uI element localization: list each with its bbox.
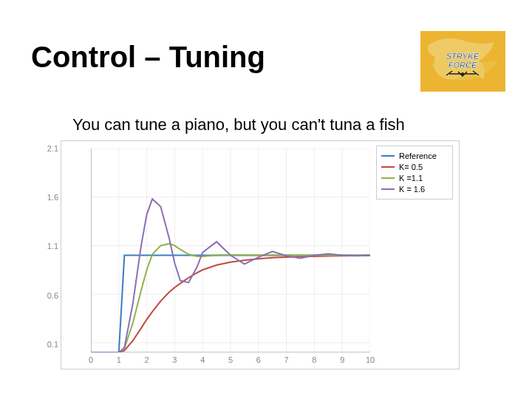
legend-entry: K = 1.6 xyxy=(381,185,448,194)
x-tick-label: 5 xyxy=(228,355,233,364)
x-tick-label: 1 xyxy=(117,355,121,364)
x-tick-label: 3 xyxy=(172,355,177,364)
y-tick-label: 2.1 xyxy=(47,144,58,153)
legend-label: K= 0.5 xyxy=(399,163,423,171)
x-tick-label: 4 xyxy=(200,355,205,364)
x-tick-label: 7 xyxy=(284,355,289,364)
legend-swatch xyxy=(381,188,395,190)
svg-point-2 xyxy=(461,72,464,75)
legend-swatch xyxy=(381,177,395,179)
chart-plot-area xyxy=(91,149,370,352)
x-axis-labels: 012345678910 xyxy=(91,355,370,366)
x-tick-label: 0 xyxy=(89,355,93,364)
legend-entry: Reference xyxy=(381,151,448,160)
legend-swatch xyxy=(381,155,395,157)
legend-entry: K =1.1 xyxy=(381,174,448,183)
legend-swatch xyxy=(381,166,395,168)
y-tick-label: 1.1 xyxy=(47,242,58,250)
y-tick-label: 0.6 xyxy=(47,291,58,300)
chart-container: 0.10.61.11.62.1 012345678910 ReferenceK=… xyxy=(61,140,460,369)
x-tick-label: 9 xyxy=(340,355,344,364)
team-logo: STRYKE FORCE xyxy=(420,31,505,92)
legend-label: Reference xyxy=(399,151,437,160)
stryke-force-logo-icon: STRYKE FORCE xyxy=(420,31,505,92)
svg-text:STRYKE: STRYKE xyxy=(446,52,480,61)
y-tick-label: 1.6 xyxy=(47,193,58,202)
chart-lines xyxy=(91,149,370,352)
x-tick-label: 6 xyxy=(256,355,261,364)
x-tick-label: 2 xyxy=(145,355,149,364)
legend-label: K = 1.6 xyxy=(399,185,425,194)
x-tick-label: 8 xyxy=(312,355,316,364)
x-tick-label: 10 xyxy=(366,355,375,364)
legend-label: K =1.1 xyxy=(399,174,423,183)
chart-legend: ReferenceK= 0.5K =1.1K = 1.6 xyxy=(376,146,453,200)
y-axis-labels: 0.10.61.11.62.1 xyxy=(39,141,58,369)
page-title: Control – Tuning xyxy=(31,41,265,74)
svg-text:FORCE: FORCE xyxy=(449,61,477,69)
subtitle-text: You can tune a piano, but you can't tuna… xyxy=(72,115,405,134)
y-tick-label: 0.1 xyxy=(47,340,58,349)
legend-entry: K= 0.5 xyxy=(381,163,448,171)
